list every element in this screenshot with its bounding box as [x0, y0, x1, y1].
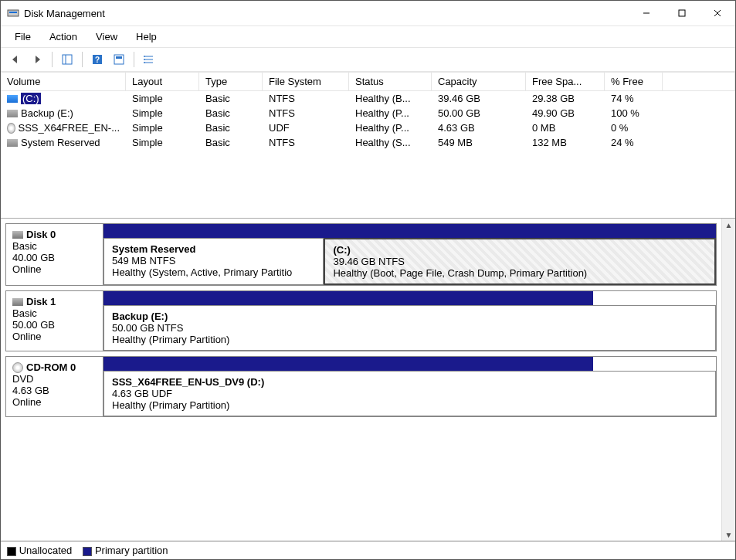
- volume-name: Backup (E:): [21, 107, 73, 119]
- disk-block[interactable]: Disk 1Basic50.00 GBOnlineBackup (E:)50.0…: [5, 290, 717, 351]
- volume-free: 132 MB: [526, 135, 605, 150]
- show-hide-tree-button[interactable]: [59, 51, 76, 68]
- disk-size: 40.00 GB: [12, 252, 97, 263]
- volume-row[interactable]: System ReservedSimpleBasicNTFSHealthy (S…: [1, 135, 735, 150]
- svg-text:?: ?: [95, 56, 100, 64]
- svg-rect-6: [63, 55, 72, 64]
- disk-type: Basic: [12, 240, 97, 252]
- partition-size-fs: 50.00 GB NTFS: [112, 322, 707, 334]
- disk-status: Online: [12, 331, 97, 342]
- col-type[interactable]: Type: [199, 72, 263, 91]
- svg-rect-11: [116, 56, 122, 59]
- menu-help[interactable]: Help: [128, 28, 164, 46]
- volume-free: 29.38 GB: [526, 91, 605, 106]
- drive-icon: [7, 139, 18, 147]
- volume-capacity: 39.46 GB: [432, 91, 526, 106]
- col-volume[interactable]: Volume: [1, 72, 126, 91]
- titlebar[interactable]: Disk Management: [1, 1, 735, 25]
- list-view-button[interactable]: [141, 51, 158, 68]
- volume-type: Basic: [199, 135, 263, 150]
- volume-name: System Reserved: [21, 137, 100, 148]
- volume-row[interactable]: Backup (E:)SimpleBasicNTFSHealthy (P...5…: [1, 106, 735, 120]
- legend-swatch-unallocated: [7, 547, 16, 556]
- partition[interactable]: (C:)39.46 GB NTFSHealthy (Boot, Page Fil…: [324, 238, 716, 285]
- volume-layout: Simple: [126, 91, 199, 106]
- volume-name: SSS_X64FREE_EN-...: [19, 122, 120, 134]
- volume-capacity: 4.63 GB: [432, 120, 526, 135]
- hard-disk-icon: [12, 231, 23, 239]
- drive-icon: [7, 110, 18, 117]
- volume-fs: NTFS: [263, 135, 349, 150]
- col-filesystem[interactable]: File System: [263, 72, 349, 91]
- scroll-up-icon[interactable]: ▲: [723, 219, 735, 231]
- col-capacity[interactable]: Capacity: [432, 72, 526, 91]
- app-icon: [7, 7, 19, 19]
- partition-size-fs: 4.63 GB UDF: [112, 388, 707, 399]
- disk-block[interactable]: Disk 0Basic40.00 GBOnlineSystem Reserved…: [5, 223, 717, 286]
- volume-type: Basic: [199, 106, 263, 120]
- svg-rect-1: [9, 12, 17, 13]
- window-title: Disk Management: [24, 8, 629, 19]
- disk-block[interactable]: CD-ROM 0DVD4.63 GBOnlineSSS_X64FREE_EN-U…: [5, 356, 717, 417]
- hard-disk-icon: [12, 298, 23, 306]
- disk-label[interactable]: Disk 1Basic50.00 GBOnline: [6, 291, 103, 351]
- volume-list[interactable]: Volume Layout Type File System Status Ca…: [1, 72, 735, 219]
- menubar: File Action View Help: [1, 25, 735, 47]
- volume-row[interactable]: SSS_X64FREE_EN-...SimpleBasicUDFHealthy …: [1, 120, 735, 135]
- col-pctfree[interactable]: % Free: [605, 72, 663, 91]
- col-freespace[interactable]: Free Spa...: [526, 72, 605, 91]
- legend-label-unallocated: Unallocated: [19, 545, 73, 556]
- partition-health: Healthy (Boot, Page File, Crash Dump, Pr…: [333, 267, 707, 279]
- disk-type: DVD: [12, 373, 97, 385]
- partition[interactable]: System Reserved549 MB NTFSHealthy (Syste…: [103, 238, 324, 285]
- back-button[interactable]: [7, 51, 24, 68]
- maximize-button[interactable]: [664, 1, 700, 25]
- toolbar: ?: [1, 47, 735, 72]
- svg-rect-10: [114, 55, 124, 64]
- menu-view[interactable]: View: [88, 28, 125, 46]
- svg-point-17: [144, 62, 145, 63]
- partition-health: Healthy (System, Active, Primary Partiti…: [112, 266, 315, 278]
- partition[interactable]: Backup (E:)50.00 GB NTFSHealthy (Primary…: [103, 305, 716, 351]
- partition-size-fs: 39.46 GB NTFS: [333, 256, 707, 267]
- properties-button[interactable]: [110, 51, 127, 68]
- disk-size: 50.00 GB: [12, 319, 97, 331]
- vertical-scrollbar[interactable]: ▲ ▼: [721, 219, 735, 541]
- disk-label[interactable]: Disk 0Basic40.00 GBOnline: [6, 224, 103, 285]
- col-layout[interactable]: Layout: [126, 72, 199, 91]
- volume-fs: NTFS: [263, 106, 349, 120]
- svg-point-16: [144, 59, 145, 60]
- volume-status: Healthy (P...: [349, 106, 432, 120]
- volume-layout: Simple: [126, 106, 199, 120]
- col-status[interactable]: Status: [349, 72, 432, 91]
- partition[interactable]: SSS_X64FREE_EN-US_DV9 (D:)4.63 GB UDFHea…: [103, 371, 716, 416]
- partition-name: SSS_X64FREE_EN-US_DV9 (D:): [112, 376, 707, 388]
- toolbar-separator: [134, 52, 134, 67]
- cd-drive-icon: [12, 362, 23, 373]
- close-button[interactable]: [700, 1, 735, 25]
- toolbar-separator: [52, 52, 53, 67]
- partition-health: Healthy (Primary Partition): [112, 399, 707, 411]
- forward-button[interactable]: [29, 51, 46, 68]
- volume-pct: 0 %: [605, 120, 663, 135]
- volume-type: Basic: [199, 120, 263, 135]
- col-extra[interactable]: [663, 72, 735, 91]
- disk-graphical-view: Disk 0Basic40.00 GBOnlineSystem Reserved…: [1, 219, 735, 541]
- disk-name: Disk 0: [26, 229, 56, 240]
- volume-free: 0 MB: [526, 120, 605, 135]
- help-button[interactable]: ?: [89, 51, 106, 68]
- legend-swatch-primary: [83, 547, 92, 556]
- disk-status: Online: [12, 396, 97, 408]
- volume-layout: Simple: [126, 135, 199, 150]
- disk-label[interactable]: CD-ROM 0DVD4.63 GBOnline: [6, 357, 103, 416]
- partition-name: (C:): [333, 244, 707, 256]
- menu-file[interactable]: File: [7, 28, 39, 46]
- volume-pct: 74 %: [605, 91, 663, 106]
- drive-icon: [7, 95, 18, 103]
- menu-action[interactable]: Action: [42, 28, 85, 46]
- volume-row[interactable]: (C:)SimpleBasicNTFSHealthy (B...39.46 GB…: [1, 91, 735, 106]
- volume-pct: 100 %: [605, 106, 663, 120]
- scroll-down-icon[interactable]: ▼: [723, 528, 735, 541]
- minimize-button[interactable]: [629, 1, 664, 25]
- disk-management-window: Disk Management File Action View Help ? …: [0, 0, 736, 560]
